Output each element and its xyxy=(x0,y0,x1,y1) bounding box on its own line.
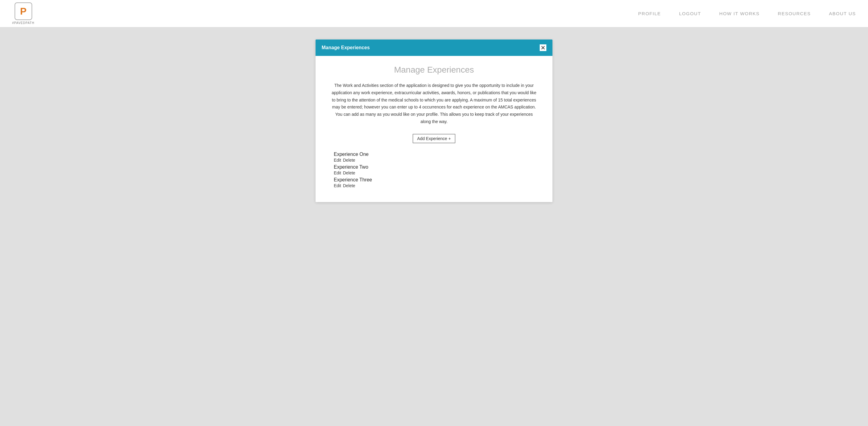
modal-close-button[interactable] xyxy=(540,44,546,51)
experience-actions-2: Edit Delete xyxy=(334,171,537,175)
modal-title: Manage Experiences xyxy=(331,65,537,75)
edit-experience-3[interactable]: Edit xyxy=(334,183,341,188)
experience-item-3: Experience Three Edit Delete xyxy=(334,177,537,188)
manage-experiences-modal: Manage Experiences Manage Experiences Th… xyxy=(315,39,553,202)
nav-about-us[interactable]: ABOUT US xyxy=(829,11,856,16)
main-nav: PROFILE LOGOUT HOW IT WORKS RESOURCES AB… xyxy=(638,11,856,16)
experience-actions-3: Edit Delete xyxy=(334,183,537,188)
page-content: Manage Experiences Manage Experiences Th… xyxy=(0,27,868,426)
add-experience-button[interactable]: Add Experience + xyxy=(413,134,456,143)
experience-name-3: Experience Three xyxy=(334,177,537,183)
logo-tagline: #PAVEDPATH xyxy=(12,21,34,25)
experience-item-1: Experience One Edit Delete xyxy=(334,152,537,162)
nav-profile[interactable]: PROFILE xyxy=(638,11,661,16)
logo-box: P xyxy=(14,2,32,20)
nav-resources[interactable]: RESOURCES xyxy=(778,11,811,16)
logo-letter: P xyxy=(20,6,26,17)
close-icon xyxy=(541,46,545,50)
logo-container: P #PAVEDPATH xyxy=(12,2,34,25)
experience-actions-1: Edit Delete xyxy=(334,158,537,162)
delete-experience-3[interactable]: Delete xyxy=(343,183,355,188)
modal-header-title: Manage Experiences xyxy=(322,45,370,51)
modal-header: Manage Experiences xyxy=(315,39,553,56)
delete-experience-1[interactable]: Delete xyxy=(343,158,355,162)
delete-experience-2[interactable]: Delete xyxy=(343,171,355,175)
experience-name-2: Experience Two xyxy=(334,164,537,170)
modal-body: Manage Experiences The Work and Activiti… xyxy=(315,56,553,202)
edit-experience-2[interactable]: Edit xyxy=(334,171,341,175)
modal-description: The Work and Activities section of the a… xyxy=(331,82,537,125)
experiences-list: Experience One Edit Delete Experience Tw… xyxy=(334,152,537,188)
experience-item-2: Experience Two Edit Delete xyxy=(334,164,537,175)
edit-experience-1[interactable]: Edit xyxy=(334,158,341,162)
header: P #PAVEDPATH PROFILE LOGOUT HOW IT WORKS… xyxy=(0,0,868,27)
experience-name-1: Experience One xyxy=(334,152,537,157)
nav-logout[interactable]: LOGOUT xyxy=(679,11,701,16)
nav-how-it-works[interactable]: HOW IT WORKS xyxy=(719,11,760,16)
